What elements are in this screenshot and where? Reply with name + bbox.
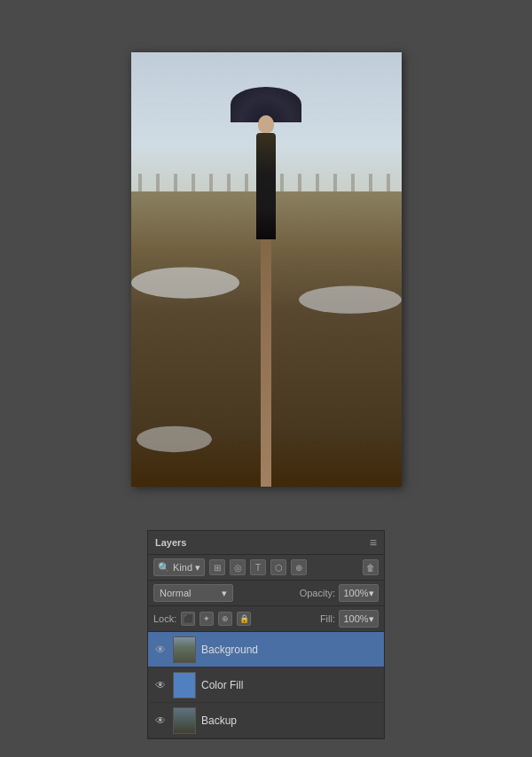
layer-name-backup: Backup [201, 714, 379, 727]
layer-name-color-fill: Color Fill [201, 679, 379, 691]
fill-label: Fill: [320, 613, 335, 624]
layer-item-background[interactable]: 👁 Background [148, 632, 384, 667]
layer-thumb-color-fill [173, 672, 196, 698]
canvas-area [0, 0, 532, 530]
snow-bottom-left [137, 425, 212, 451]
fill-input[interactable]: 100% ▾ [339, 610, 379, 628]
blend-mode-chevron-icon: ▾ [222, 588, 227, 599]
lock-artboard-icon[interactable]: ⊕ [218, 612, 232, 626]
opacity-label: Opacity: [300, 588, 335, 598]
search-icon: 🔍 [158, 562, 170, 574]
filter-label: Kind [173, 562, 192, 573]
layer-item-backup[interactable]: 👁 Backup [148, 703, 384, 738]
snow-left [131, 267, 239, 298]
filter-dropdown[interactable]: 🔍 Kind ▾ [153, 558, 205, 576]
layer-thumb-backup [173, 707, 196, 734]
panel-menu-icon[interactable]: ≡ [370, 535, 377, 550]
panel-toolbar: 🔍 Kind ▾ ⊞ ◎ T ⬡ ⊕ 🗑 [148, 555, 384, 581]
layer-visibility-backup[interactable]: 👁 [153, 714, 168, 728]
photo-canvas [131, 52, 402, 487]
layer-thumb-background [173, 636, 196, 663]
lock-label: Lock: [153, 613, 176, 624]
trash-filter-icon[interactable]: 🗑 [363, 559, 379, 575]
opacity-input[interactable]: 100% ▾ [339, 584, 379, 602]
panel-title: Layers [155, 537, 186, 548]
lock-row: Lock: ⬛ ✦ ⊕ 🔒 Fill: 100% ▾ [148, 606, 384, 632]
layer-name-background: Background [201, 644, 379, 656]
layer-visibility-background[interactable]: 👁 [153, 643, 168, 657]
layers-list: 👁 Background 👁 Color Fill 👁 Backup [148, 632, 384, 738]
lock-position-icon[interactable]: ✦ [200, 612, 214, 626]
adjust-filter-icon[interactable]: ⊕ [291, 559, 307, 575]
filter-chevron-icon: ▾ [195, 562, 200, 574]
figure [231, 87, 301, 239]
fill-row: Fill: 100% ▾ [320, 610, 379, 628]
fill-chevron-icon: ▾ [369, 613, 374, 625]
layers-panel: Layers ≡ 🔍 Kind ▾ ⊞ ◎ T ⬡ ⊕ 🗑 Normal ▾ O… [147, 530, 385, 739]
layer-item-color-fill[interactable]: 👁 Color Fill [148, 667, 384, 703]
blend-mode-dropdown[interactable]: Normal ▾ [153, 584, 233, 602]
image-filter-icon[interactable]: ⊞ [209, 559, 225, 575]
opacity-row: Opacity: 100% ▾ [300, 584, 379, 602]
panel-header: Layers ≡ [148, 531, 384, 555]
shape-filter-icon[interactable]: ⬡ [270, 559, 286, 575]
lock-pixels-icon[interactable]: ⬛ [181, 612, 195, 626]
layer-visibility-color-fill[interactable]: 👁 [153, 678, 168, 692]
blend-mode-label: Normal [160, 588, 191, 598]
snow-right [299, 286, 402, 314]
circle-filter-icon[interactable]: ◎ [230, 559, 246, 575]
blend-mode-row: Normal ▾ Opacity: 100% ▾ [148, 581, 384, 606]
lock-all-icon[interactable]: 🔒 [237, 612, 251, 626]
text-filter-icon[interactable]: T [250, 559, 266, 575]
person-body [256, 133, 276, 239]
opacity-chevron-icon: ▾ [369, 588, 374, 599]
photo-content [131, 52, 402, 487]
